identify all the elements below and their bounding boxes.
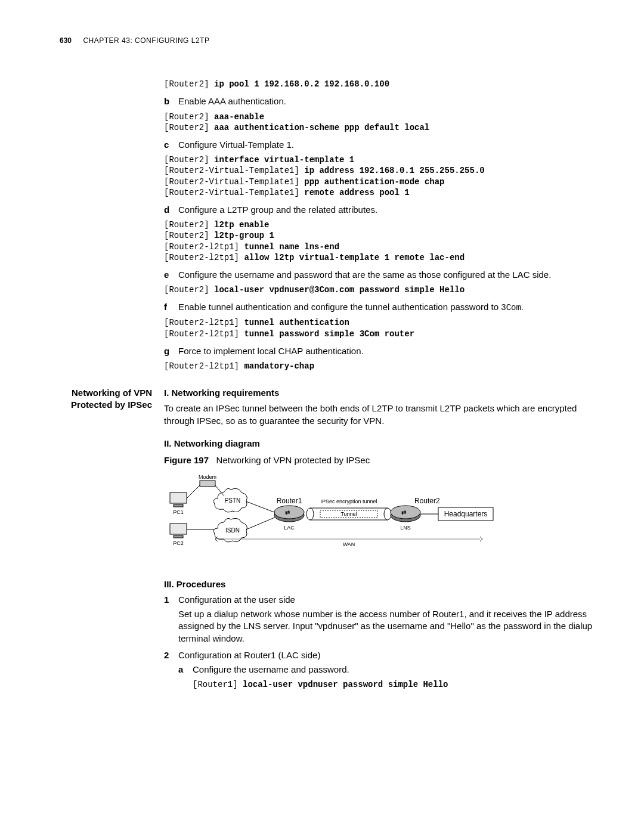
procedure-step-1: 1 Configuration at the user side [164, 594, 602, 606]
heading-diagram: II. Networking diagram [164, 438, 602, 450]
heading-procedures: III. Procedures [164, 578, 602, 590]
code-block: [Router2] l2tp enable [Router2] l2tp-gro… [164, 219, 602, 263]
d-router2: Router2 [414, 497, 440, 505]
heading-requirements: I. Networking requirements [164, 387, 602, 399]
d-lns: LNS [400, 525, 411, 531]
svg-text:⇄: ⇄ [285, 509, 290, 516]
d-pc1: PC1 [173, 509, 184, 515]
paragraph: To create an IPSec tunnel between the bo… [164, 402, 602, 427]
d-pc2: PC2 [173, 540, 184, 546]
code-block: [Router2-l2tp1] tunnel authentication [R… [164, 317, 602, 339]
code-block: [Router2] ip pool 1 192.168.0.2 192.168.… [164, 79, 602, 89]
paragraph: Set up a dialup network whose number is … [178, 608, 602, 645]
page-header: 630 CHAPTER 43: CONFIGURING L2TP [60, 36, 602, 45]
svg-rect-3 [174, 535, 183, 538]
figure-caption: Figure 197 Networking of VPN protected b… [164, 454, 602, 466]
d-wan: WAN [343, 541, 355, 547]
svg-text:⇄: ⇄ [401, 509, 407, 516]
svg-rect-0 [170, 493, 187, 503]
code-block: [Router1] local-user vpdnuser password s… [193, 679, 602, 690]
d-modem: Modem [199, 475, 216, 480]
chapter-title: CHAPTER 43: CONFIGURING L2TP [83, 36, 209, 45]
d-tunnel: Tunnel [340, 511, 357, 517]
d-isdn: ISDN [225, 527, 240, 534]
d-ipsec: IPSec encryption tunnel [320, 498, 377, 504]
code-block: [Router2] interface virtual-template 1 [… [164, 154, 602, 198]
procedure-step-2: 2 Configuration at Router1 (LAC side) [164, 649, 602, 661]
svg-rect-4 [200, 481, 215, 487]
step-c: c Configure Virtual-Template 1. [164, 139, 602, 151]
d-hq: Headquarters [444, 510, 488, 518]
svg-line-9 [246, 516, 277, 529]
code-block: [Router2] local-user vpdnuser@3Com.com p… [164, 284, 602, 295]
step-b: b Enable AAA authentication. [164, 95, 602, 107]
d-pstn: PSTN [225, 497, 241, 504]
step-g: g Force to implement local CHAP authenti… [164, 345, 602, 357]
svg-rect-2 [170, 524, 187, 534]
d-router1: Router1 [277, 497, 302, 505]
page-number: 630 [60, 36, 72, 45]
svg-line-5 [187, 485, 200, 498]
d-lac: LAC [284, 525, 295, 531]
network-diagram: PC1 PC2 Modem PSTN ISDN [164, 475, 602, 567]
code-block: [Router2] aaa-enable [Router2] aaa authe… [164, 112, 602, 133]
step-e: e Configure the username and password th… [164, 269, 602, 281]
substep-2a: a Configure the username and password. [178, 664, 602, 676]
svg-line-8 [246, 501, 277, 513]
section-side-title: Networking of VPN Protected by IPSec [60, 387, 164, 411]
svg-point-13 [306, 508, 314, 520]
code-block: [Router2-l2tp1] mandatory-chap [164, 361, 602, 371]
step-f: f Enable tunnel authentication and confi… [164, 301, 602, 314]
svg-point-16 [384, 508, 391, 520]
svg-rect-1 [174, 504, 183, 507]
step-d: d Configure a L2TP group and the related… [164, 204, 602, 216]
